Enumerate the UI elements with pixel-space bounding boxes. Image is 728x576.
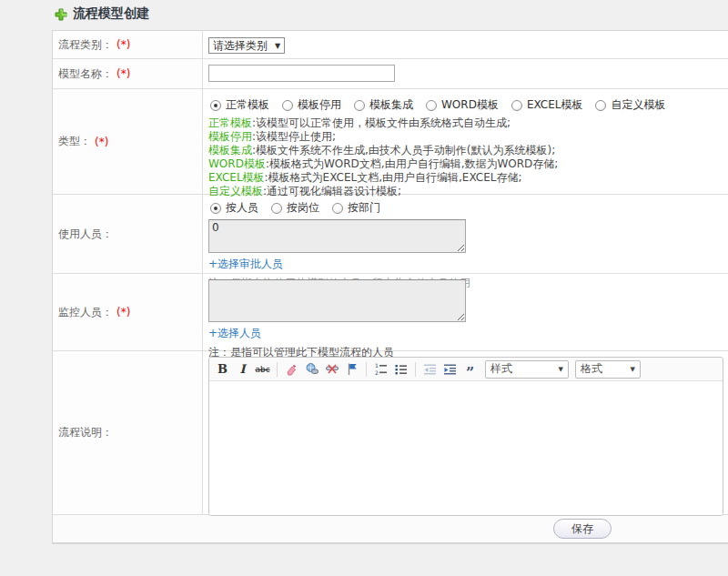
remove-format-icon[interactable] [283,360,300,378]
row-category: 流程类别： (*) 请选择类别 ▼ [53,31,728,59]
type-description: 正常模板:该模型可以正常使用，模板文件由系统格式自动生成; [208,116,728,130]
rich-text-editor: B I abc [208,357,723,516]
users-label-cell: 使用人员： [53,195,203,273]
toolbar-separator [366,362,367,377]
type-description: EXCEL模板:模板格式为EXCEL文档,由用户自行编辑,EXCEL存储; [208,171,728,185]
required-marker: (*) [116,67,130,80]
toolbar-separator [415,362,416,377]
strikethrough-icon[interactable]: abc [254,360,271,378]
description-label-cell: 流程说明： [53,351,203,514]
model-name-label: 模型名称： [58,66,113,82]
radio-icon[interactable] [354,100,365,111]
row-type: 类型： (*) 正常模板 模板停用 模板集成 [53,89,728,195]
editor-content-area[interactable] [209,381,723,515]
bold-icon[interactable]: B [214,360,231,378]
type-label: 类型： [58,134,91,149]
radio-icon[interactable] [332,203,343,214]
unlink-icon[interactable] [323,360,340,378]
type-option-custom[interactable]: 自定义模板 [595,97,665,113]
flag-icon[interactable] [343,360,360,378]
type-description: WORD模板:模板格式为WORD文档,由用户自行编辑,数据为WORD存储; [208,157,728,171]
monitors-label: 监控人员： [58,305,113,320]
outdent-icon[interactable] [421,360,439,378]
type-option-disabled[interactable]: 模板停用 [282,97,341,113]
format-dropdown[interactable]: 格式 ▼ [575,360,641,379]
select-approvers-link[interactable]: +选择审批人员 [208,257,283,272]
required-marker: (*) [116,306,130,318]
radio-icon[interactable] [426,100,437,111]
type-option-integrated[interactable]: 模板集成 [354,97,413,113]
radio-icon[interactable] [271,203,282,214]
category-select[interactable]: 请选择类别 ▼ [208,37,285,54]
page-header: 流程模型创建 [0,0,728,30]
model-name-label-cell: 模型名称： (*) [53,59,203,88]
model-name-content-cell [203,59,728,88]
svg-text:1: 1 [375,362,379,369]
styles-dropdown[interactable]: 样式 ▼ [485,360,569,379]
numbered-list-icon[interactable]: 1 2 [372,360,389,378]
category-select-value: 请选择类别 [213,38,268,54]
type-option-normal[interactable]: 正常模板 [210,97,269,113]
save-button[interactable]: 保存 [553,519,612,539]
create-form: 流程类别： (*) 请选择类别 ▼ 模型名称： (*) 类型： [52,30,728,544]
radio-icon[interactable] [282,100,293,111]
users-mode-radio-group: 按人员 按岗位 按部门 [210,200,728,216]
type-content-cell: 正常模板 模板停用 模板集成 WORD模板 [203,89,728,194]
category-label-cell: 流程类别： (*) [53,31,203,58]
type-radio-group: 正常模板 模板停用 模板集成 WORD模板 [210,97,728,113]
description-content-cell: B I abc [203,351,728,514]
row-users: 使用人员： 按人员 按岗位 按部门 0 [53,195,728,274]
row-monitors: 监控人员： (*) +选择人员 注：是指可以管理此下模型流程的人员 [53,274,728,351]
monitors-textarea[interactable] [208,279,466,322]
users-label: 使用人员： [58,227,113,242]
monitors-content-cell: +选择人员 注：是指可以管理此下模型流程的人员 [203,274,728,350]
select-monitors-link[interactable]: +选择人员 [208,326,261,341]
required-marker: (*) [95,136,108,148]
description-label: 流程说明： [58,425,113,440]
users-content-cell: 按人员 按岗位 按部门 0 +选择审批人员 注：是指允许使用此模型的人员，留空为… [203,195,728,273]
form-footer: 保存 [53,515,728,543]
editor-toolbar: B I abc [209,358,723,381]
type-description: 模板集成:模板文件系统不作生成,由技术人员手动制作(默认为系统模板); [208,144,728,157]
select-caret-icon: ▼ [275,42,280,50]
users-mode-by-department[interactable]: 按部门 [332,200,380,216]
bulleted-list-icon[interactable] [392,360,410,378]
type-option-excel[interactable]: EXCEL模板 [511,97,583,113]
dropdown-caret-icon: ▼ [631,366,635,373]
type-description: 模板停用:该模型停止使用; [208,130,728,144]
link-icon[interactable] [303,360,320,378]
category-content-cell: 请选择类别 ▼ [203,31,728,58]
required-marker: (*) [116,38,130,51]
svg-text:2: 2 [375,369,379,376]
type-label-cell: 类型： (*) [53,89,203,194]
process-model-create-page: 流程模型创建 流程类别： (*) 请选择类别 ▼ 模型名称： (*) [0,0,728,576]
type-option-word[interactable]: WORD模板 [426,97,499,113]
monitors-label-cell: 监控人员： (*) [53,274,203,350]
italic-icon[interactable]: I [234,360,251,378]
category-label: 流程类别： [58,37,113,53]
blockquote-icon[interactable]: ” [461,364,479,381]
row-model-name: 模型名称： (*) [53,59,728,89]
row-description: 流程说明： B I abc [53,351,728,515]
radio-icon[interactable] [595,100,606,111]
radio-checked-icon[interactable] [210,100,221,111]
dropdown-caret-icon: ▼ [559,366,563,373]
users-textarea[interactable]: 0 [208,219,466,253]
model-name-input[interactable] [208,65,395,82]
indent-icon[interactable] [441,360,459,378]
page-title: 流程模型创建 [73,5,149,22]
users-mode-by-post[interactable]: 按岗位 [271,200,319,216]
plus-icon [55,7,67,20]
users-mode-by-person[interactable]: 按人员 [210,200,258,216]
radio-checked-icon[interactable] [210,203,221,214]
radio-icon[interactable] [511,100,522,111]
toolbar-separator [277,362,278,377]
